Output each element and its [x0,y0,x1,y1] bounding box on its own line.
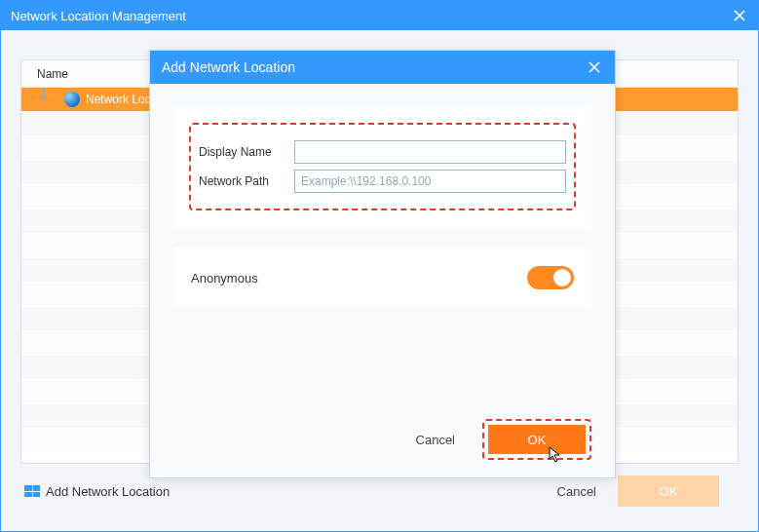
modal-body: Display Name Network Path Anonymous [150,84,615,308]
column-name: Name [37,67,68,81]
fields-panel: Display Name Network Path [173,105,591,230]
modal-actions: Cancel OK [408,419,591,460]
display-name-input[interactable] [294,140,566,164]
tree-connector-icon [37,88,58,112]
row-label: Network Loc [86,93,151,106]
grid-icon [24,485,40,497]
globe-icon [64,92,80,107]
add-location-modal: Add Network Location Display Name Networ… [149,50,616,478]
cancel-button[interactable]: Cancel [550,478,604,505]
close-icon[interactable] [586,58,603,76]
network-path-label: Network Path [199,174,286,188]
add-link-label: Add Network Location [46,484,170,499]
display-name-label: Display Name [199,145,286,159]
fields-highlight: Display Name Network Path [189,123,576,210]
anonymous-toggle[interactable] [527,266,574,289]
main-titlebar: Network Location Management [1,1,758,30]
main-actions: Cancel OK [550,475,719,507]
modal-title: Add Network Location [162,59,295,75]
display-name-row: Display Name [199,140,566,164]
anonymous-panel: Anonymous [173,247,591,308]
main-title: Network Location Management [11,9,186,23]
ok-button[interactable]: OK [488,425,586,454]
anonymous-label: Anonymous [191,271,258,285]
network-path-row: Network Path [199,170,566,193]
ok-button[interactable]: OK [618,475,719,507]
close-icon[interactable] [731,7,748,24]
network-path-input[interactable] [294,170,566,193]
cancel-button[interactable]: Cancel [408,427,463,453]
toggle-knob-icon [553,269,571,286]
add-network-location-link[interactable]: Add Network Location [24,484,170,499]
ok-highlight: OK [482,419,591,460]
modal-titlebar: Add Network Location [150,51,615,84]
